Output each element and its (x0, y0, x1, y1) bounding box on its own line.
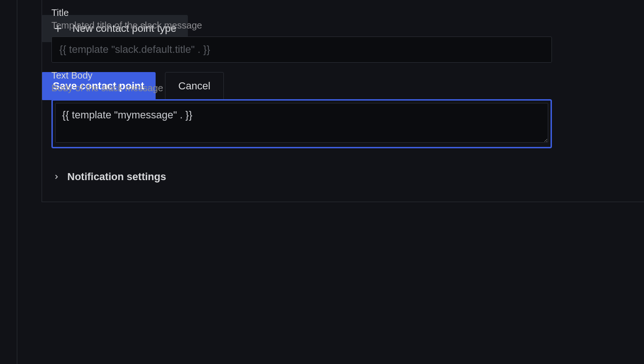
outer-container: Title Templated title of the slack messa… (17, 0, 644, 364)
chevron-right-icon (53, 174, 60, 180)
text-body-label: Text Body (51, 70, 635, 81)
title-input[interactable] (51, 36, 552, 63)
text-body-description: Body of the slack message (51, 83, 635, 94)
title-field-group: Title Templated title of the slack messa… (42, 0, 644, 63)
text-body-field-group: Text Body Body of the slack message (42, 63, 644, 148)
notification-settings-label: Notification settings (67, 171, 166, 183)
title-label: Title (51, 7, 635, 18)
notification-settings-toggle[interactable]: Notification settings (42, 148, 644, 183)
text-body-focus-ring (51, 99, 552, 148)
form-panel: Title Templated title of the slack messa… (42, 0, 644, 202)
title-description: Templated title of the slack message (51, 20, 635, 31)
text-body-textarea[interactable] (55, 103, 548, 143)
